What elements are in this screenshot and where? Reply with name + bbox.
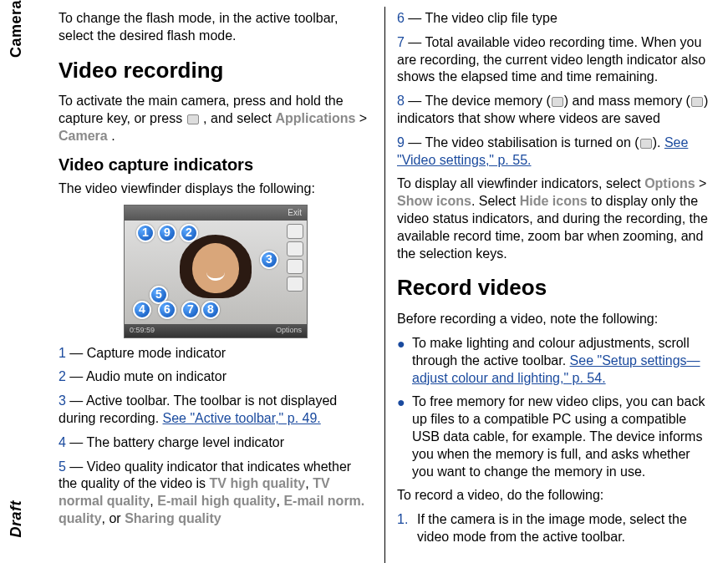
heading-video-recording: Video recording: [59, 57, 373, 85]
quality-label: E-mail high quality: [157, 494, 276, 508]
indicator-number: 7: [397, 35, 405, 49]
before-recording-intro: Before recording a video, note the follo…: [397, 311, 711, 328]
indicator-6: 6 — The video clip file type: [397, 10, 711, 28]
before-recording-bullets: To make lighting and colour adjustments,…: [397, 335, 711, 480]
bullet-text: To free memory for new video clips, you …: [412, 394, 705, 478]
mass-memory-icon: [691, 97, 703, 107]
indicator-number: 6: [397, 11, 405, 25]
text: >: [695, 176, 707, 190]
callout-2: 2: [180, 224, 198, 242]
callout-6: 6: [158, 301, 176, 319]
side-tab-draft: Draft: [7, 500, 26, 538]
indicator-1: 1 — Capture mode indicator: [59, 345, 373, 363]
indicator-text: — Capture mode indicator: [66, 346, 226, 360]
step-number: 1.: [397, 511, 408, 529]
text: ,: [305, 476, 313, 490]
indicator-3: 3 — Active toolbar. The toolbar is not d…: [59, 393, 373, 428]
menu-key-icon: [187, 114, 199, 124]
callout-1: 1: [136, 224, 155, 242]
viewfinder-screenshot: Exit 1 9 2 3 4 5 6 7 8 0:59:59: [124, 205, 308, 338]
indicator-number: 4: [59, 435, 66, 449]
toolbar-button-icon: [287, 224, 303, 239]
text: .: [111, 129, 115, 143]
viewfinder-toolbar: [287, 224, 303, 294]
to-record-intro: To record a video, do the following:: [397, 487, 711, 505]
viewfinder-titlebar: Exit: [125, 205, 307, 221]
text: >: [359, 111, 367, 125]
display-all-paragraph: To display all viewfinder indicators, se…: [397, 175, 711, 262]
stabilisation-icon: [640, 139, 652, 149]
text: . Select: [471, 194, 520, 208]
indicator-text: — Audio mute on indicator: [66, 369, 227, 383]
viewfinder-footer: 0:59:59 Options: [125, 324, 307, 337]
left-column: To change the flash mode, in the active …: [50, 7, 385, 563]
indicator-5: 5 — Video quality indicator that indicat…: [59, 459, 373, 528]
callout-9: 9: [158, 224, 176, 242]
indicator-2: 2 — Audio mute on indicator: [59, 368, 373, 386]
record-steps: 1. If the camera is in the image mode, s…: [397, 511, 711, 546]
step-text: If the camera is in the image mode, sele…: [417, 512, 687, 544]
viewfinder-intro: The video viewfinder displays the follow…: [59, 180, 373, 198]
indicator-text: — The device memory (: [405, 94, 551, 108]
indicator-text: — Total available video recording time. …: [397, 35, 705, 84]
callout-3: 3: [260, 251, 278, 269]
indicator-text: — The video stabilisation is turned on (: [405, 135, 639, 150]
quality-label: Sharing quality: [125, 511, 221, 525]
applications-label: Applications: [275, 111, 355, 125]
toolbar-button-icon: [287, 276, 303, 292]
flash-mode-paragraph: To change the flash mode, in the active …: [59, 10, 373, 45]
indicator-7: 7 — Total available video recording time…: [397, 34, 711, 86]
indicator-8: 8 — The device memory () and mass memory…: [397, 93, 711, 128]
page-columns: To change the flash mode, in the active …: [0, 0, 728, 563]
options-menu-label: Options: [644, 176, 695, 190]
indicator-number: 1: [59, 346, 66, 360]
side-tab-camera: Camera: [7, 0, 26, 58]
indicator-4: 4 — The battery charge level indicator: [59, 434, 373, 452]
footer-time: 0:59:59: [130, 326, 155, 336]
device-memory-icon: [552, 97, 563, 107]
list-item: 1. If the camera is in the image mode, s…: [397, 511, 711, 546]
indicator-number: 9: [397, 135, 405, 150]
text: , and select: [203, 111, 275, 125]
indicator-text: — The video clip file type: [405, 11, 557, 25]
text: ,: [150, 494, 157, 508]
indicator-number: 5: [59, 459, 66, 474]
indicator-number: 2: [59, 369, 66, 383]
text: To display all viewfinder indicators, se…: [397, 176, 644, 190]
text: , or: [102, 511, 125, 525]
heading-record-videos: Record videos: [397, 274, 711, 302]
options-label: Options: [276, 326, 302, 336]
indicator-number: 3: [59, 393, 66, 408]
indicator-number: 8: [397, 94, 405, 108]
list-item: To free memory for new video clips, you …: [397, 393, 711, 480]
toolbar-button-icon: [287, 241, 303, 256]
exit-label: Exit: [288, 207, 302, 218]
activate-camera-paragraph: To activate the main camera, press and h…: [59, 93, 373, 145]
list-item: To make lighting and colour adjustments,…: [397, 335, 711, 387]
right-column: 6 — The video clip file type 7 — Total a…: [385, 7, 720, 563]
show-icons-label: Show icons: [397, 194, 471, 208]
callout-7: 7: [181, 301, 200, 319]
indicator-text: ).: [653, 135, 664, 150]
hide-icons-label: Hide icons: [520, 194, 588, 208]
callout-8: 8: [201, 301, 220, 319]
indicator-text: — The battery charge level indicator: [66, 435, 284, 449]
camera-label: Camera: [59, 129, 108, 143]
indicator-text: ) and mass memory (: [564, 94, 690, 108]
indicator-9: 9 — The video stabilisation is turned on…: [397, 134, 711, 170]
callout-4: 4: [133, 301, 151, 319]
toolbar-button-icon: [287, 259, 303, 274]
heading-video-capture-indicators: Video capture indicators: [59, 154, 373, 175]
quality-label: TV high quality: [210, 476, 306, 490]
active-toolbar-link[interactable]: See "Active toolbar," p. 49.: [163, 411, 321, 425]
